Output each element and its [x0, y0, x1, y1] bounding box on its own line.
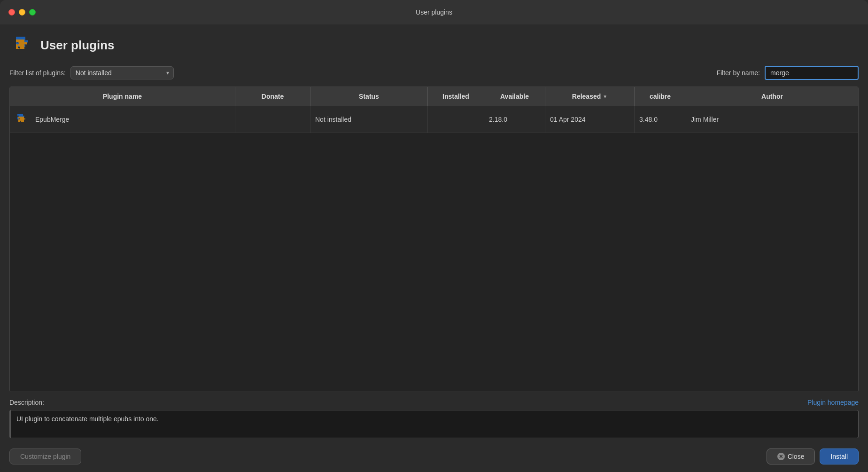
plugin-name-text: EpubMerge [35, 116, 69, 123]
cell-available: 2.18.0 [484, 106, 545, 133]
plugin-table: Plugin name Donate Status Installed Avai… [9, 87, 859, 392]
col-installed[interactable]: Installed [428, 87, 484, 106]
action-buttons: ✕ Close Install [767, 448, 859, 464]
plugin-row-icon [15, 112, 30, 127]
col-status[interactable]: Status [310, 87, 428, 106]
filter-list-select[interactable]: Not installed Installed All [70, 66, 174, 79]
description-label: Description: [9, 399, 44, 406]
window: User plugins User plugins Filter list of… [0, 0, 868, 472]
filter-row: Filter list of plugins: Not installed In… [9, 66, 859, 80]
minimize-button[interactable] [19, 9, 25, 16]
cell-author: Jim Miller [686, 106, 858, 133]
bottom-bar: Customize plugin ✕ Close Install [9, 443, 859, 472]
install-button[interactable]: Install [820, 448, 859, 464]
filter-name-section: Filter by name: [716, 66, 859, 80]
maximize-button[interactable] [29, 9, 36, 16]
table-header: Plugin name Donate Status Installed Avai… [10, 87, 858, 106]
filter-list-label: Filter list of plugins: [9, 69, 66, 77]
col-calibre[interactable]: calibre [635, 87, 686, 106]
description-section: Description: Plugin homepage UI plugin t… [9, 392, 859, 443]
window-title: User plugins [416, 8, 452, 16]
filter-name-label: Filter by name: [716, 69, 760, 77]
cell-installed [428, 106, 484, 133]
cell-released: 01 Apr 2024 [545, 106, 635, 133]
table-body: EpubMerge Not installed 2.18.0 [10, 106, 858, 392]
col-plugin-name[interactable]: Plugin name [10, 87, 235, 106]
col-available[interactable]: Available [484, 87, 545, 106]
cell-plugin-name: EpubMerge [10, 106, 235, 133]
app-header: User plugins [9, 33, 859, 57]
main-content: User plugins Filter list of plugins: Not… [0, 24, 868, 472]
col-author[interactable]: Author [686, 87, 858, 106]
close-button-bottom[interactable]: ✕ Close [767, 448, 815, 464]
customize-plugin-button[interactable]: Customize plugin [9, 448, 81, 464]
col-released[interactable]: Released ▼ [545, 87, 635, 106]
close-circle-icon: ✕ [777, 453, 785, 460]
description-text: UI plugin to concatenate multiple epubs … [9, 410, 859, 438]
filter-select-wrapper[interactable]: Not installed Installed All [70, 66, 174, 79]
table-row[interactable]: EpubMerge Not installed 2.18.0 [10, 106, 858, 133]
col-donate[interactable]: Donate [235, 87, 310, 106]
sort-arrow-icon: ▼ [603, 94, 607, 99]
plugin-homepage-link[interactable]: Plugin homepage [807, 399, 859, 406]
titlebar: User plugins [0, 0, 868, 24]
plugin-icon [9, 33, 34, 57]
close-button[interactable] [8, 9, 15, 16]
app-title: User plugins [40, 38, 114, 53]
cell-status: Not installed [310, 106, 428, 133]
description-header: Description: Plugin homepage [9, 399, 859, 406]
traffic-lights [8, 9, 36, 16]
cell-donate [235, 106, 310, 133]
filter-name-input[interactable] [765, 66, 859, 80]
cell-calibre: 3.48.0 [635, 106, 686, 133]
